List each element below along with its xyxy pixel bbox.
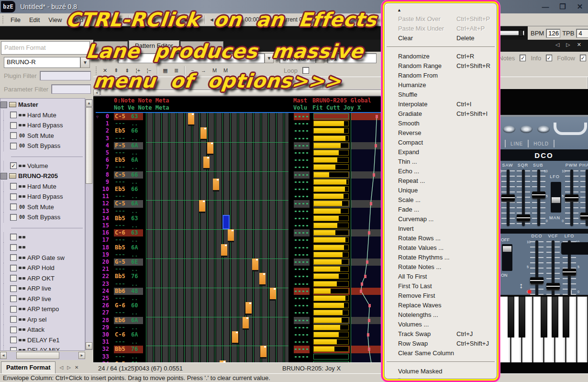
tree-param-hard-mute[interactable]: Hard Mute [0,181,85,192]
note-cell[interactable]: ---.. [114,324,143,331]
power-switch[interactable] [502,244,512,271]
cutoff-cell[interactable] [313,113,350,120]
menu-item-clear[interactable]: ClearDelete [386,33,496,43]
tree-checkbox[interactable] [10,275,17,281]
tree-plugin-bruno-r205[interactable]: BRUNO-R205 [0,171,85,181]
menu-item-track-swap[interactable]: Track SwapCtrl+J [386,329,496,338]
menu-item-rotate-rows[interactable]: Rotate Rows ... [386,233,496,243]
menu-item-randomize[interactable]: RandomizeCtrl+R [386,51,496,61]
menu-item-compact[interactable]: Compact [386,137,496,147]
note-cell[interactable]: ---.. [114,281,143,288]
tree-checkbox[interactable] [10,337,17,343]
envelope-point[interactable] [373,173,375,177]
tree-param-delay-mix[interactable]: DELAY MIX [0,345,85,351]
follow-checkbox[interactable]: ✓ [580,55,586,61]
tree-checkbox[interactable] [10,122,17,129]
tree-param-hard-mute[interactable]: Hard Mute [0,110,85,121]
tpb-field[interactable]: 4 [576,29,588,38]
tree-param-soft-bypass[interactable]: 00Soft Bypass [0,141,85,151]
note-block[interactable] [228,229,234,242]
menu-item-expand[interactable]: Expand [386,147,496,157]
volume-cell[interactable] [294,251,310,258]
tree-checkbox[interactable] [10,143,17,149]
cutoff-cell[interactable] [313,317,350,324]
cutoff-cell[interactable] [313,236,350,244]
slider-sub[interactable]: SUB1050 [531,163,546,229]
envelope-point[interactable] [360,290,362,293]
edit-cursor[interactable] [222,215,230,229]
menu-item-first-to-last[interactable]: First To Last [386,281,496,291]
tree-param-soft-bypass[interactable]: 00Soft Bypass [0,212,85,223]
cutoff-cell[interactable] [313,208,350,215]
note-cell[interactable]: C-663 [114,229,143,236]
scroll-left-icon[interactable]: ◄ [0,352,7,359]
tree-checkbox[interactable] [10,193,17,200]
menu-item-rotate-notes[interactable]: Rotate Notes ... [386,262,496,271]
tree-param-arp-gate-sw[interactable]: ARP Gate sw [0,253,85,263]
note-cell[interactable]: ---.. [114,193,143,200]
menu-item-echo[interactable]: Echo ... [386,166,496,176]
volume-cell[interactable] [294,295,310,302]
note-cell[interactable]: ---.. [114,149,143,157]
tree-param-arp-okt[interactable]: ARP OKT [0,273,85,284]
menu-item-remove-first[interactable]: Remove First [386,291,496,300]
envelope-point[interactable] [366,260,368,264]
tree-checkbox[interactable] [10,285,17,292]
cutoff-cell[interactable] [313,193,350,200]
cutoff-cell[interactable] [313,273,350,280]
piano-white-key[interactable] [577,296,588,364]
envelope-point[interactable] [368,231,370,235]
cutoff-cell[interactable] [313,164,350,171]
scroll-up-icon[interactable]: ▲ [86,100,92,107]
menu-item-rotate-rhythms[interactable]: Rotate Rhythms ... [386,252,496,262]
cutoff-cell[interactable] [313,251,350,258]
volume-cell[interactable] [294,266,310,273]
note-cell[interactable]: Bb648 [114,288,143,295]
envelope-point[interactable] [368,304,371,307]
slider-handle[interactable] [501,194,515,201]
tree-param-arp-live[interactable]: ARP live [0,283,85,294]
note-cell[interactable]: ---.. [114,120,143,127]
slider-handle[interactable] [565,194,578,201]
piano-black-key[interactable] [563,296,569,337]
note-cell[interactable]: ---.. [114,353,143,360]
note-block[interactable] [213,179,219,191]
note-cell[interactable]: Eb66A [114,317,143,324]
scroll-down-icon[interactable]: ▼ [86,342,92,349]
note-cell[interactable]: F-56A [114,142,143,149]
menu-item-smooth[interactable]: Smooth [386,118,496,128]
volume-cell[interactable] [294,346,310,353]
menu-item-gradiate[interactable]: GradiateCtrl+Shift+I [386,109,496,118]
volume-cell[interactable] [294,317,310,324]
menu-item-volume-masked[interactable]: Volume Masked [386,366,496,376]
menu-item-scale[interactable]: Scale ... [386,195,496,204]
menu-item-curvemap[interactable]: Curvemap ... [386,214,496,224]
slider-handle[interactable] [546,283,560,290]
tree-checkbox[interactable] [0,101,7,108]
notes-checkbox[interactable]: ✓ [520,55,526,61]
slider-handle[interactable] [519,30,523,36]
note-block[interactable] [260,346,266,359]
envelope-point[interactable] [367,333,369,337]
cutoff-cell[interactable] [313,142,350,149]
menu-item-repeat[interactable]: Repeat ... [386,176,496,185]
envelope-curve[interactable] [351,113,382,362]
tree-param-hard-bypass[interactable]: Hard Bypass [0,191,85,202]
menu-item-all-to-first[interactable]: All To First [386,271,496,281]
slider-handle[interactable] [563,269,576,275]
note-cell[interactable]: ---.. [114,135,143,142]
tree-param-soft-mute[interactable]: 00Soft Mute [0,131,85,141]
cutoff-cell[interactable] [313,295,350,302]
pane-close-icon[interactable]: ✕ [577,42,581,48]
note-block[interactable] [245,302,252,315]
menu-item-random-range[interactable]: Random RangeCtrl+Shift+R [386,61,496,70]
volume-cell[interactable] [294,127,310,135]
note-cell[interactable]: Eb566 [114,127,143,135]
volume-cell[interactable] [294,149,310,157]
volume-cell[interactable] [294,120,310,127]
volume-cell[interactable] [294,171,310,179]
cutoff-cell[interactable] [313,302,350,309]
menu-item-clear-same-column[interactable]: Clear Same Column [386,348,496,358]
envelope-point[interactable] [364,275,366,278]
tree-param-hard-bypass[interactable]: Hard Bypass [0,120,85,131]
